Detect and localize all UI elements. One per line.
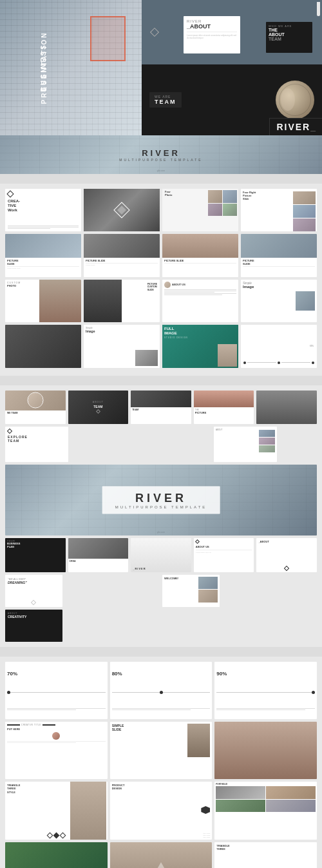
pic3-title: PICTURE SLIDE [164,259,236,262]
river-large-content: RIVER MULTIPURPOSE TEMPLATE [102,487,220,514]
slide-explore-team: EXPLORE TEAM [5,427,68,462]
person-river-text: _RIVER [133,567,189,570]
we-team-img [5,391,66,411]
about-us-title: ABOUT US [172,283,185,286]
p-river: _RIVER [133,567,146,570]
pg2 [266,786,316,799]
slide-simple-image2: Simple Image [84,325,160,367]
at-diamond [96,409,100,414]
fashion-img [84,280,122,322]
t70l2 [7,709,76,710]
pic3-div [164,263,236,264]
slide-the-picture: THE PICTURE [194,391,254,425]
ct-lines [7,741,106,743]
tp-picture: PICTURE [195,411,253,414]
p3 [208,204,222,217]
slide-about-creativity: ABOUT CREATIVITY [5,610,62,642]
ct-header: CREATIVE TITLE [7,724,106,726]
ct-put-here: PUT HERE [7,728,106,731]
ctl1 [7,741,106,742]
s3-row-1: WE TEAM ABOUT TEAM TEAM THE PICTURE [5,391,317,425]
tri-photo-bg [110,842,213,868]
we-team-text: WE TEAM [5,410,66,416]
pic1-text: PICTURE SLIDE Lorem ipsum dolor [5,258,81,271]
explore-diamond [7,429,12,434]
au2-title: ABOUT US [196,545,252,548]
pd-hex-area [201,806,210,815]
t70l1 [7,708,106,709]
section-gap-2 [0,376,322,385]
slide-picture-4: PICTURE SLIDE [241,234,317,276]
we-team-circle [27,392,43,409]
right-photos [293,190,316,231]
slide-person-river: _RIVER [131,538,191,572]
slide-about-us: ABOUT US [162,280,238,322]
p1 [208,190,222,203]
slide-simple-image: Simple Image [241,280,317,322]
pg4 [266,800,316,813]
port-content: PORTHOLIO [214,782,317,813]
section-gap-3 [0,647,322,657]
slide-creative-work: CREA-TIVEWork [5,189,81,231]
office-img [5,842,108,868]
line1 [8,226,79,226]
team-col-img [131,391,191,407]
tl70-bar [7,691,106,694]
explore-team: TEAM [8,439,66,443]
globe-ring [279,84,311,116]
port-title: PORTHOLIO [216,783,316,786]
tl90-dot [312,691,315,694]
team-d-label: TEAM [93,405,102,409]
about-team-label: ABOUT [93,401,104,403]
pic2-div [86,263,158,264]
triangle-shape [151,862,171,868]
ttd2 [53,832,59,838]
s4-row-4: OUR OFFICE TRIANGLETHREE [5,842,317,868]
timeline-row [243,362,314,364]
slide-business-plan: YOUR BUSINESSPLAN [5,538,66,572]
vertical-text-business: BUSINESS [40,43,47,92]
s4-row-2: CREATIVE TITLE PUT HERE SIMPLE SLIDE [5,722,317,779]
section-gap-1 [0,174,322,184]
slide-our-office: OUR OFFICE [5,842,108,868]
team-label: TEAM [155,99,176,105]
studio-sub: STUDIO DESIGN [164,336,188,339]
grid-row-1: CREA-TIVEWork Four Photo [5,189,317,231]
river-brand-text: RIVER [276,122,310,132]
pg3 [216,800,265,813]
we-team-inner [28,393,43,408]
simple-img-thumb [296,291,315,311]
about-slide-preview: RIVER _ABOUT Lorem ipsum dolor sit amet … [184,16,240,53]
tl70-lines [7,708,106,710]
au2-content: ABOUT US Lorem ipsum dolor sit [194,538,254,555]
pic2-title: PICTURE SLIDE [86,259,158,262]
about-us-header: ABOUT US [164,282,236,288]
slide-creativity: CREA [68,538,129,572]
slide-architecture [5,325,81,367]
watermark-large: gfx.com [157,531,165,534]
pic1-img [5,234,81,258]
pcs-title: PICTURECUSTOMSLIDE [147,283,157,292]
s3-row-2: EXPLORE TEAM ABOUT [5,427,317,462]
tp-img [194,391,254,407]
grid-row-3: CUSTOM PHOTO PICTURECUSTOMSLIDE ABOUT US [5,280,317,322]
river-main-sub: MULTIPURPOSE TEMPLATE [119,158,202,162]
tl70-content: 70% [5,662,108,719]
t80l2 [112,709,191,710]
person-bg: _RIVER [131,538,191,572]
ad-title: _ABOUT [258,540,315,543]
full-img-title: FULLIMAGE [164,327,188,336]
team-slide-preview: WHO WE ARE THE ABOUT TEAM [266,22,312,53]
ayp2 [259,438,275,445]
s4-row-1: 70% 80% [5,662,317,719]
au2-desc: Lorem ipsum dolor sit [196,552,252,554]
building-image: PRESENTATION BUSINESS [0,0,142,135]
pic3-text: PICTURE SLIDE [162,258,238,265]
diamond-overlay [116,204,128,216]
t90l1 [216,708,315,709]
slide-about-us2: ABOUT US Lorem ipsum dolor sit [194,538,254,572]
the-text: THE [269,28,310,32]
simple-img-content: Simple Image [241,280,317,291]
custom-photo: PHOTO [7,284,79,287]
rp2 [293,205,316,218]
